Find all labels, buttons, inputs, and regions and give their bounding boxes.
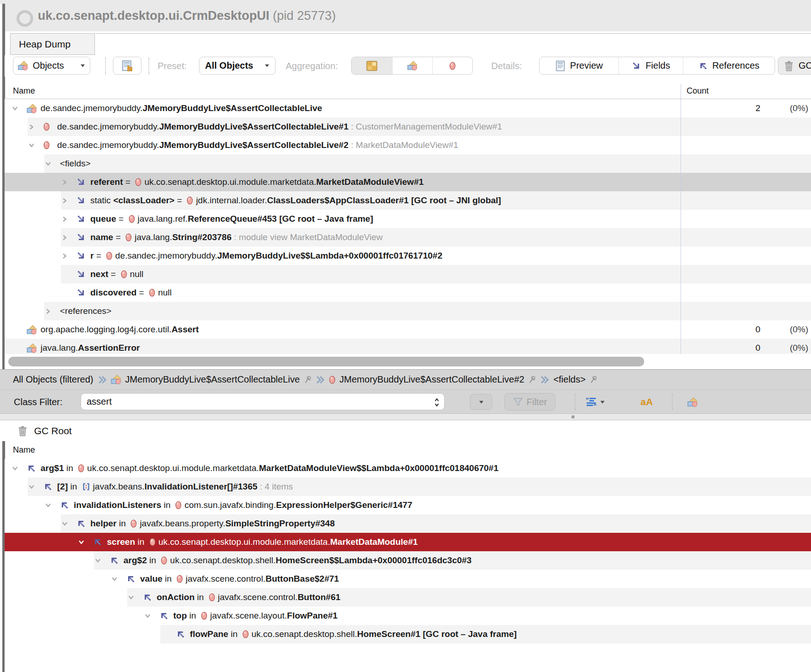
expand-chevron-icon[interactable] <box>44 502 60 508</box>
objects-tree-row[interactable]: static <classLoader> = jdk.internal.load… <box>5 191 811 210</box>
expand-chevron-icon[interactable] <box>11 106 27 112</box>
column-header-name[interactable]: Name <box>13 83 35 99</box>
gc-tree-row[interactable]: helper in javafx.beans.property.SimpleSt… <box>5 514 811 533</box>
pin-icon[interactable] <box>529 375 536 384</box>
objects-tree-row[interactable]: de.sandec.jmemorybuddy.JMemoryBuddyLive$… <box>5 136 811 154</box>
instance-icon <box>187 196 193 205</box>
horizontal-scrollbar[interactable] <box>5 354 811 369</box>
expand-chevron-icon[interactable] <box>61 179 76 185</box>
filter-apply-button[interactable]: Filter <box>505 393 555 411</box>
tree-text: ButtonBase$2#71 <box>265 574 339 584</box>
breadcrumb: All Objects (filtered)JMemoryBuddyLive$A… <box>0 369 811 389</box>
objects-tree-row[interactable]: r = de.sandec.jmemorybuddy.JMemoryBuddyL… <box>5 247 811 265</box>
column-header-name[interactable]: Name <box>13 441 35 459</box>
expand-chevron-icon[interactable] <box>61 216 76 222</box>
expand-chevron-icon[interactable] <box>61 235 76 241</box>
tab-label: Heap Dump <box>19 39 71 50</box>
tree-text: name <box>90 232 113 242</box>
expand-chevron-icon[interactable] <box>94 558 110 564</box>
instance-icon <box>121 270 127 278</box>
expand-chevron-icon[interactable] <box>44 308 60 314</box>
pin-icon[interactable] <box>304 375 311 384</box>
objects-tree-row[interactable]: java.lang.AssertionError0(0%) <box>5 339 811 354</box>
breadcrumb-item[interactable]: JMemoryBuddyLive$AssertCollectableLive#2 <box>340 374 524 385</box>
objects-tree-row[interactable]: name = java.lang.String#203786 : module … <box>5 228 811 247</box>
objects-dropdown-button[interactable]: Objects <box>13 57 90 75</box>
instance-icon <box>242 630 249 638</box>
aggregation-classes-button[interactable] <box>392 57 433 74</box>
tree-text: top <box>173 611 187 621</box>
objects-tree-row[interactable]: <fields> <box>5 154 811 173</box>
expand-chevron-icon[interactable] <box>28 124 43 130</box>
tree-text: JMemoryBuddyLive$AssertCollectableLive#2 <box>159 140 348 150</box>
expand-chevron-icon[interactable] <box>144 613 159 619</box>
combo-stepper-icon[interactable] <box>434 397 440 408</box>
gc-tree-row[interactable]: flowPane in uk.co.senapt.desktop.shell.H… <box>5 625 811 643</box>
breadcrumb-item[interactable]: <fields> <box>553 374 586 385</box>
class-filter-input[interactable] <box>81 394 444 410</box>
objects-tree-row[interactable]: org.apache.logging.log4j.core.util.Asser… <box>5 320 811 339</box>
tree-text: : CustomerManagementModuleView#1 <box>348 122 502 132</box>
objects-tree-row[interactable]: referent = uk.co.senapt.desktop.ui.modul… <box>5 173 811 191</box>
expand-chevron-icon[interactable] <box>11 466 27 472</box>
objects-tree-row[interactable]: queue = java.lang.ref.ReferenceQueue#453… <box>5 210 811 228</box>
tree-name-cell: [2] in javafx.beans.InvalidationListener… <box>5 477 802 496</box>
results-display-button[interactable] <box>585 390 605 414</box>
objects-tree-row[interactable]: <references> <box>5 302 811 320</box>
expand-chevron-icon[interactable] <box>28 484 43 490</box>
tab-heap-dump[interactable]: Heap Dump <box>10 33 95 55</box>
objects-tree-row[interactable]: de.sandec.jmemorybuddy.JMemoryBuddyLive$… <box>5 99 811 118</box>
tree-text: : MarketDataModuleView#1 <box>348 140 458 150</box>
expand-chevron-icon[interactable] <box>61 198 76 204</box>
aggregation-types-button[interactable] <box>352 57 392 74</box>
toolbar-separator <box>105 58 106 74</box>
gc-tree-row[interactable]: value in javafx.scene.control.ButtonBase… <box>5 570 811 588</box>
instance-icon <box>161 556 167 565</box>
toolbar-separator <box>148 58 149 74</box>
class-display-button[interactable] <box>688 390 698 414</box>
objects-tree-row[interactable]: next = null <box>5 265 811 283</box>
pin-icon[interactable] <box>590 375 597 384</box>
tree-text: = <box>113 232 123 242</box>
gc-tree-row[interactable]: [2] in javafx.beans.InvalidationListener… <box>5 477 811 496</box>
class-icon <box>688 397 698 407</box>
expand-chevron-icon[interactable] <box>28 142 43 148</box>
aggregation-instances-button[interactable] <box>432 57 472 74</box>
splitter-handle[interactable] <box>571 415 575 419</box>
instance-icon <box>201 612 207 620</box>
gc-tree-row[interactable]: arg$2 in uk.co.senapt.desktop.shell.Home… <box>5 551 811 570</box>
fields-button[interactable]: Fields <box>618 57 682 74</box>
references-button[interactable]: References <box>683 57 775 74</box>
gc-tree-row[interactable]: invalidationListeners in com.sun.javafx.… <box>5 496 811 514</box>
match-case-button[interactable]: aA <box>641 390 653 414</box>
breadcrumb-item[interactable]: All Objects (filtered) <box>13 374 94 385</box>
instance-icon <box>129 215 135 223</box>
tree-name-cell: screen in uk.co.senapt.desktop.ui.module… <box>5 533 802 551</box>
filter-options-button[interactable] <box>470 394 492 410</box>
expand-chevron-icon[interactable] <box>111 576 126 582</box>
objects-tree-row[interactable]: discovered = null <box>5 283 811 302</box>
gc-tree-row[interactable]: top in javafx.scene.layout.FlowPane#1 <box>5 607 811 625</box>
gc-tree-row[interactable]: onAction in javafx.scene.control.Button#… <box>5 588 811 607</box>
expand-chevron-icon[interactable] <box>77 539 93 545</box>
expand-chevron-icon[interactable] <box>61 253 76 259</box>
gc-root-button[interactable]: GC <box>778 57 811 75</box>
panel-splitter[interactable] <box>0 413 811 420</box>
expand-chevron-icon[interactable] <box>61 521 76 527</box>
scrollbar-thumb[interactable] <box>8 357 644 366</box>
column-header-count[interactable]: Count <box>687 83 709 99</box>
tree-name-cell: queue = java.lang.ref.ReferenceQueue#453… <box>5 210 681 228</box>
tree-text: javafx.beans. <box>93 482 145 492</box>
preview-button[interactable]: Preview <box>540 57 618 74</box>
tree-text: in <box>147 555 159 566</box>
preset-select[interactable]: All Objects <box>199 57 276 75</box>
gc-tree-row[interactable]: screen in uk.co.senapt.desktop.ui.module… <box>5 533 811 551</box>
column-divider[interactable] <box>681 84 681 354</box>
breadcrumb-item[interactable]: JMemoryBuddyLive$AssertCollectableLive <box>125 374 300 385</box>
expand-chevron-icon[interactable] <box>44 161 60 167</box>
gc-tree-row[interactable]: arg$1 in uk.co.senapt.desktop.ui.module.… <box>5 459 811 477</box>
objects-tree-row[interactable]: de.sandec.jmemorybuddy.JMemoryBuddyLive$… <box>5 118 811 136</box>
gcref-icon <box>60 501 74 510</box>
expand-chevron-icon[interactable] <box>127 595 143 601</box>
report-button[interactable] <box>113 57 141 75</box>
